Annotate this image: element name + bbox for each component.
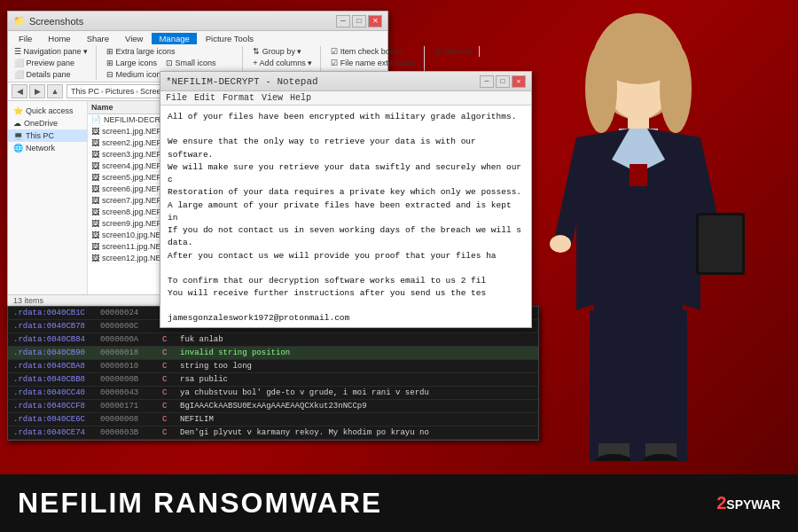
disasm-text: NEFILIM xyxy=(176,414,538,425)
svg-rect-7 xyxy=(594,186,683,319)
disasm-bytes: 00000010 xyxy=(97,361,159,372)
disasm-row[interactable]: .rdata:0040CBB8 0000000B C rsa public xyxy=(8,373,538,387)
window-controls: ─ □ ✕ xyxy=(336,15,382,27)
notepad-line xyxy=(168,123,524,136)
notepad-line xyxy=(168,300,524,312)
disasm-address: .rdata:0040CB78 xyxy=(8,321,97,332)
disasm-address: .rdata:0040CBA8 xyxy=(8,361,97,372)
sidebar-onedrive[interactable]: ☁ OneDrive xyxy=(8,117,87,129)
tab-manage[interactable]: Manage xyxy=(152,33,196,44)
tab-picture-tools[interactable]: Picture Tools xyxy=(199,33,261,44)
explorer-title: Screenshots xyxy=(29,16,83,27)
notepad-menu-view[interactable]: View xyxy=(262,93,283,103)
woman-figure xyxy=(505,9,771,461)
preview-pane-btn[interactable]: ⬜ Preview pane xyxy=(12,58,90,68)
disasm-text: string too long xyxy=(176,361,538,372)
file-icon: 🖼 xyxy=(91,196,99,205)
tab-home[interactable]: Home xyxy=(41,33,77,44)
network-icon: 🌐 xyxy=(13,144,23,153)
brand-name: SPYWAR xyxy=(726,497,780,512)
sidebar-network[interactable]: 🌐 Network xyxy=(8,142,87,154)
file-icon: 🖼 xyxy=(91,184,99,193)
disasm-op: C xyxy=(159,361,176,372)
disasm-address: .rdata:0040CE74 xyxy=(8,427,97,438)
file-icon: 🖼 xyxy=(91,138,99,147)
disasm-address: .rdata:0040CCF8 xyxy=(8,401,97,411)
notepad-line: If you do not contact us in seven workin… xyxy=(168,224,524,237)
name-column-header: Name xyxy=(91,103,113,112)
file-icon: 🖼 xyxy=(91,254,99,262)
notepad-close-button[interactable]: ✕ xyxy=(512,75,526,88)
sidebar-quick-access[interactable]: ⭐ Quick access xyxy=(8,105,87,117)
woman-svg xyxy=(505,9,771,461)
disasm-text: invalid string position xyxy=(176,348,538,358)
disasm-row[interactable]: .rdata:0040CE6C 00000008 C NEFILIM xyxy=(8,413,538,426)
notepad-menu-file[interactable]: File xyxy=(166,93,187,103)
disasm-bytes: 0000000C xyxy=(97,321,159,332)
notepad-maximize-button[interactable]: □ xyxy=(496,75,510,88)
disasm-op: C xyxy=(159,427,176,438)
onedrive-icon: ☁ xyxy=(13,119,21,128)
file-icon: 🖼 xyxy=(91,231,99,239)
disasm-op: C xyxy=(159,348,176,358)
disasm-bytes: 0000000A xyxy=(97,334,159,345)
extra-large-icons-btn[interactable]: ⊞ Extra large icons xyxy=(104,46,237,57)
group-by-btn[interactable]: ⇅ Group by ▾ xyxy=(250,46,315,57)
disasm-bytes: 0000000B xyxy=(97,374,159,385)
disasm-row[interactable]: .rdata:0040CB90 00000018 C invalid strin… xyxy=(8,347,538,360)
notepad-line: Restoration of your data requires a priv… xyxy=(168,186,524,199)
disasm-bytes: 00000043 xyxy=(97,387,159,398)
brand-number: 2 xyxy=(716,493,726,512)
notepad-line: We ensure that the only way to retrieve … xyxy=(168,136,524,161)
file-name-extensions-btn[interactable]: ☑ File name extensions xyxy=(328,58,419,68)
close-button[interactable]: ✕ xyxy=(368,15,382,27)
disasm-bytes: 00000018 xyxy=(97,348,159,358)
options-btn[interactable]: ⚙ Options xyxy=(432,46,474,57)
disasm-address: .rdata:0040CB1C xyxy=(8,308,97,318)
file-icon: 🖼 xyxy=(91,127,99,136)
notepad-menu: File Edit Format View Help xyxy=(160,91,531,106)
notepad-menu-help[interactable]: Help xyxy=(290,93,311,103)
file-icon: 🖼 xyxy=(91,207,99,216)
file-icon: 🖼 xyxy=(91,161,99,170)
add-columns-btn[interactable]: + Add columns ▾ xyxy=(250,58,315,68)
tab-file[interactable]: File xyxy=(12,33,39,44)
disasm-address: .rdata:0040CB90 xyxy=(8,348,97,358)
notepad-menu-format[interactable]: Format xyxy=(223,93,254,103)
back-button[interactable]: ◀ xyxy=(12,84,27,98)
maximize-button[interactable]: □ xyxy=(352,15,366,27)
explorer-title-left: 📁 Screenshots xyxy=(13,15,83,27)
details-pane-btn[interactable]: ⬜ Details pane xyxy=(12,69,90,80)
path-sep-2: › xyxy=(136,88,138,96)
notepad-minimize-button[interactable]: ─ xyxy=(480,75,494,88)
disasm-row[interactable]: .rdata:0040CCF8 00000171 C BgIAAACkAABSU… xyxy=(8,400,538,413)
tab-share[interactable]: Share xyxy=(80,33,116,44)
disasm-address: .rdata:0040CE6C xyxy=(8,414,97,425)
disasm-row[interactable]: .rdata:0040CB84 0000000A C fuk anlab xyxy=(8,333,538,347)
minimize-button[interactable]: ─ xyxy=(336,15,350,27)
notepad-menu-edit[interactable]: Edit xyxy=(194,93,215,103)
large-icons-btn[interactable]: ⊞ Large icons ⊡ Small icons xyxy=(104,58,237,68)
disasm-row[interactable]: .rdata:0040CBA8 00000010 C string too lo… xyxy=(8,360,538,373)
item-check-boxes-btn[interactable]: ☑ Item check boxes xyxy=(328,46,419,57)
sidebar-this-pc[interactable]: 💻 This PC xyxy=(8,129,87,142)
disasm-bytes: 00000024 xyxy=(97,308,159,318)
disasm-row[interactable]: .rdata:0040CC40 00000043 C ya chubstvuu … xyxy=(8,387,538,400)
navigation-pane-btn[interactable]: ☰ Navigation pane ▾ xyxy=(12,46,90,57)
svg-rect-11 xyxy=(699,215,742,272)
file-icon: 🖼 xyxy=(91,173,99,182)
this-pc-label: This PC xyxy=(26,131,54,140)
disasm-text: rsa public xyxy=(176,374,538,385)
notepad-line: After you contact us we will provide you… xyxy=(168,250,524,262)
disasm-address: .rdata:0040CBB8 xyxy=(8,374,97,385)
up-button[interactable]: ▲ xyxy=(47,84,63,98)
file-icon: 📄 xyxy=(91,115,101,124)
disasm-row[interactable]: .rdata:0040CE74 0000003B C Den'gi plyvut… xyxy=(8,426,538,440)
disasm-address: .rdata:0040CC40 xyxy=(8,387,97,398)
nav-buttons: ◀ ▶ ▲ xyxy=(12,84,63,98)
tab-view[interactable]: View xyxy=(118,33,150,44)
notepad-content[interactable]: All of your files have been encrypted wi… xyxy=(160,106,531,322)
forward-button[interactable]: ▶ xyxy=(29,84,45,98)
disasm-op: C xyxy=(159,374,176,385)
this-pc-icon: 💻 xyxy=(13,131,23,140)
